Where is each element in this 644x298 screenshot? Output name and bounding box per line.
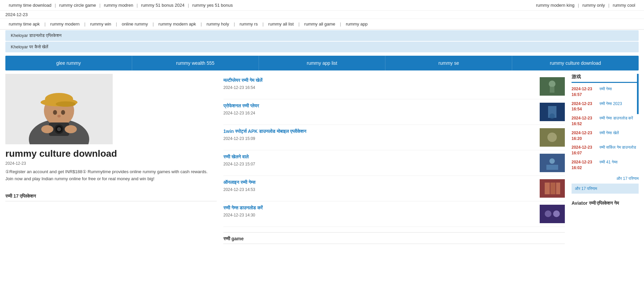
sidebar-date-3: 2024-12-2316:52 — [572, 115, 597, 127]
right-sidebar: 游戏 2024-12-2316:57 रम्मी गेम्स 2024-12-2… — [572, 74, 639, 247]
sidebar-date-1: 2024-12-2316:57 — [572, 86, 597, 98]
svg-point-13 — [41, 125, 53, 133]
sidebar-title-1[interactable]: रम्मी गेम्स — [599, 86, 612, 92]
nav-link-rummy-modren[interactable]: rummy modren — [101, 3, 137, 8]
article-item: रम्मी खेलने वाले 2024-12-23 15:07 — [223, 150, 565, 176]
svg-point-31 — [545, 210, 551, 217]
info-bar-2[interactable]: Kheloyar पर कैसे खेलें — [5, 42, 639, 52]
sec-nav-rummy-modern[interactable]: rummy modern — [47, 21, 83, 27]
article-title-3[interactable]: 1win स्पोर्ट्स APK डाउनलोड मोबाइल एप्लीक… — [223, 128, 536, 135]
category-tabs: glee rummy rummy wealth 555 rummy app li… — [5, 56, 639, 70]
nav-link-rummy-modern-king[interactable]: rummy modern king — [533, 3, 578, 8]
sidebar-date-2: 2024-12-2316:54 — [572, 101, 597, 112]
svg-point-20 — [549, 113, 555, 119]
nav-link-rummy-time-download[interactable]: rummy time download — [5, 3, 55, 8]
sidebar-date-6: 2024-12-2316:02 — [572, 159, 597, 171]
article-title-1[interactable]: मल्टीप्लेयर रम्मी गेम खेलें — [223, 77, 536, 84]
sidebar-title-3[interactable]: रम्मी गेम्स डाउनलोड करें — [599, 115, 633, 121]
left-content: rummy culture download 2024-12-23 ①Regis… — [5, 74, 217, 247]
article-date-1: 2024-12-23 16:54 — [223, 85, 536, 90]
article-text: रम्मी खेलने वाले 2024-12-23 15:07 — [223, 154, 536, 166]
svg-rect-30 — [540, 205, 565, 223]
svg-point-5 — [56, 101, 76, 107]
bottom-left-title: रम्मी 17 एप्लिकेशन — [5, 193, 217, 201]
article-thumb-3 — [540, 128, 565, 147]
svg-point-7 — [61, 110, 65, 115]
tab-rummy-se[interactable]: rummy se — [385, 56, 512, 70]
svg-point-24 — [549, 158, 555, 164]
article-text: रम्मी गेम्स डाउनलोड करें 2024-12-23 14:3… — [223, 205, 536, 217]
article-thumb-2 — [540, 103, 565, 121]
sidebar-date-5: 2024-12-2316:07 — [572, 145, 597, 156]
bottom-left-col: रम्मी 17 एप्लिकेशन — [5, 193, 217, 204]
sec-nav-rummy-win[interactable]: rummy win — [87, 21, 115, 27]
svg-point-12 — [57, 127, 61, 131]
article-title-5[interactable]: ऑनलाइन रम्मी गेम्स — [223, 179, 536, 186]
sidebar-more-link[interactable]: और 17 परिणाम — [572, 176, 639, 181]
nav-link-rummy-circle-game[interactable]: rummy circle game — [56, 3, 100, 8]
featured-desc: ①Register an account and get INR$188① Ru… — [5, 168, 217, 183]
sidebar-header: 游戏 — [572, 74, 639, 83]
article-item: रम्मी गेम्स डाउनलोड करें 2024-12-23 14:3… — [223, 201, 565, 227]
article-text: 1win स्पोर्ट्स APK डाउनलोड मोबाइल एप्लीक… — [223, 128, 536, 141]
tab-glee-rummy[interactable]: glee rummy — [5, 56, 132, 70]
sidebar-item-2: 2024-12-2316:54 रम्मी गेम्स 2023 — [572, 101, 639, 112]
bottom-middle-title: रम्मी game — [223, 236, 565, 244]
article-date-2: 2024-12-23 16:24 — [223, 111, 536, 115]
article-text: मल्टीप्लेयर रम्मी गेम खेलें 2024-12-23 1… — [223, 77, 536, 90]
sec-nav-rummy-all-list[interactable]: rummy all list — [265, 21, 297, 27]
sidebar-title-4[interactable]: रम्मी गेम्स खेलें — [599, 130, 619, 136]
sec-nav-rummy-rs[interactable]: rummy rs — [236, 21, 261, 27]
sidebar-date-4: 2024-12-2316:20 — [572, 130, 597, 142]
article-title-4[interactable]: रम्मी खेलने वाले — [223, 154, 536, 160]
nav-link-rummy-51-bonus[interactable]: rummy 51 bonus 2024 — [138, 3, 188, 8]
nav-link-rummy-only[interactable]: rummy only — [579, 3, 608, 8]
sidebar-title-5[interactable]: रम्मी सर्किल गेम डाउनलोड — [599, 145, 636, 150]
tab-rummy-app-list[interactable]: rummy app list — [259, 56, 386, 70]
sec-nav-rummy-holy[interactable]: rummy holy — [203, 21, 232, 27]
nav-link-rummy-yes-51[interactable]: rummy yes 51 bonus — [189, 3, 236, 8]
sidebar-title-6[interactable]: रम्मी 41 गेम्स — [599, 159, 618, 165]
sec-nav-rummy-all-game[interactable]: rummy all game — [301, 21, 338, 27]
svg-rect-29 — [556, 183, 560, 194]
sidebar-title-2[interactable]: रम्मी गेम्स 2023 — [599, 101, 622, 107]
article-thumb-4 — [540, 154, 565, 172]
sidebar-blue-box[interactable]: और 17 परिणाम — [572, 184, 639, 194]
info-bar-1[interactable]: Kheloyar डाउनलोड एप्लिकेशन — [5, 30, 639, 41]
sidebar-container: 游戏 2024-12-2316:57 रम्मी गेम्स 2024-12-2… — [572, 74, 639, 174]
sec-nav-online-rummy[interactable]: online rummy — [118, 21, 151, 27]
sidebar-scrollbar[interactable] — [637, 74, 639, 114]
top-nav-right: rummy modern king | rummy only | rummy c… — [533, 3, 639, 8]
article-item: मल्टीप्लेयर रम्मी गेम खेलें 2024-12-23 1… — [223, 74, 565, 99]
nav-link-rummy-cool[interactable]: rummy cool — [609, 3, 639, 8]
date-line: 2024-12-23 — [0, 11, 644, 19]
featured-image — [5, 74, 113, 144]
sec-nav-rummy-modern-apk[interactable]: rummy modern apk — [155, 21, 199, 27]
article-title-2[interactable]: प्रोफेशनल रम्मी प्लेयर — [223, 103, 536, 109]
sidebar-item-6: 2024-12-2316:02 रम्मी 41 गेम्स — [572, 159, 639, 171]
tab-rummy-wealth[interactable]: rummy wealth 555 — [132, 56, 259, 70]
article-item: 1win स्पोर्ट्स APK डाउनलोड मोबाइल एप्लीक… — [223, 125, 565, 150]
svg-point-22 — [547, 133, 557, 142]
article-date-3: 2024-12-23 15:09 — [223, 136, 536, 141]
featured-date: 2024-12-23 — [5, 161, 217, 166]
svg-rect-28 — [550, 183, 555, 194]
sec-nav-rummy-time-apk[interactable]: rummy time apk — [5, 21, 43, 27]
article-text: प्रोफेशनल रम्मी प्लेयर 2024-12-23 16:24 — [223, 103, 536, 115]
tab-rummy-culture-download[interactable]: rummy culture download — [512, 56, 639, 70]
article-date-4: 2024-12-23 15:07 — [223, 162, 536, 166]
top-nav: rummy time download | rummy circle game … — [0, 0, 644, 11]
article-thumb-1 — [540, 77, 565, 96]
bottom-right-section: Aviator रम्मी एप्लिकेशन गेम — [572, 200, 639, 206]
main-layout: rummy culture download 2024-12-23 ①Regis… — [5, 74, 639, 247]
article-title-6[interactable]: रम्मी गेम्स डाउनलोड करें — [223, 205, 536, 211]
article-item: प्रोफेशनल रम्मी प्लेयर 2024-12-23 16:24 — [223, 99, 565, 125]
sec-nav-rummy-app[interactable]: rummy app — [342, 21, 371, 27]
sidebar-item-5: 2024-12-2316:07 रम्मी सर्किल गेम डाउनलोड — [572, 145, 639, 156]
article-text: ऑनलाइन रम्मी गेम्स 2024-12-23 14:53 — [223, 179, 536, 192]
article-date-6: 2024-12-23 14:30 — [223, 213, 536, 217]
middle-content: मल्टीप्लेयर रम्मी गेम खेलें 2024-12-23 1… — [223, 74, 565, 247]
svg-point-14 — [65, 125, 77, 133]
svg-point-16 — [549, 81, 555, 87]
article-thumb-6 — [540, 205, 565, 223]
